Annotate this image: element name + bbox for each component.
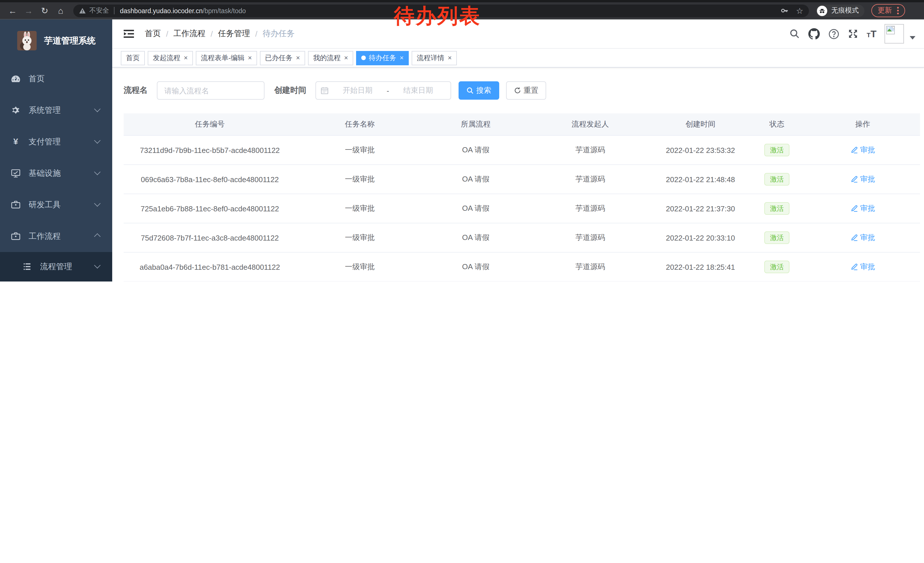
breadcrumb-workflow[interactable]: 工作流程	[174, 29, 206, 39]
browser-back-icon[interactable]: ←	[4, 2, 21, 19]
browser-update-button[interactable]: 更新	[872, 4, 905, 17]
security-label[interactable]: 不安全	[89, 6, 109, 15]
sidebar-item-infrastructure[interactable]: 基础设施	[0, 158, 112, 189]
monitor-icon	[10, 168, 21, 178]
column-header: 操作	[806, 113, 920, 135]
approve-link[interactable]: 审批	[850, 174, 875, 185]
dashboard-icon	[10, 74, 21, 84]
column-header: 所属流程	[424, 113, 528, 135]
approve-link[interactable]: 审批	[850, 262, 875, 272]
cell-task-id: 75d72608-7b7f-11ec-a3c8-acde48001122	[124, 223, 296, 252]
tab-close-icon[interactable]: ×	[296, 54, 300, 61]
fullscreen-icon[interactable]	[848, 29, 858, 39]
sidebar-item-home[interactable]: 首页	[0, 63, 112, 95]
cell-starter: 芋道源码	[528, 223, 652, 252]
tab-home[interactable]: 首页	[121, 51, 145, 65]
browser-forward-icon[interactable]: →	[21, 2, 37, 19]
tab-close-icon[interactable]: ×	[248, 54, 252, 61]
column-header: 任务编号	[124, 113, 296, 135]
reset-button[interactable]: 重置	[506, 81, 546, 100]
url-path: /bpm/task/todo	[202, 7, 246, 14]
table-row: 73211d9d-7b9b-11ec-b5b7-acde48001122一级审批…	[124, 135, 920, 165]
date-range-picker[interactable]: 开始日期 - 结束日期	[315, 81, 451, 100]
cell-task-name: 一级审批	[296, 194, 424, 223]
browser-home-icon[interactable]: ⌂	[52, 2, 69, 19]
tab-close-icon[interactable]: ×	[184, 54, 188, 61]
cell-process: OA 请假	[424, 252, 528, 281]
cell-starter: 芋道源码	[528, 135, 652, 165]
incognito-label: 无痕模式	[831, 6, 859, 15]
help-icon[interactable]	[828, 29, 839, 39]
cell-created: 2022-01-22 18:25:41	[652, 252, 748, 281]
tab-process-form-edit[interactable]: 流程表单-编辑×	[196, 51, 257, 65]
sidebar-item-dev-tools[interactable]: 研发工具	[0, 189, 112, 221]
cell-task-id: a6aba0a4-7b6d-11ec-b781-acde48001122	[124, 252, 296, 281]
process-name-input[interactable]	[157, 81, 264, 100]
not-secure-icon	[79, 7, 86, 14]
sidebar-item-workflow[interactable]: 工作流程	[0, 221, 112, 252]
tab-process-detail[interactable]: 流程详情×	[412, 51, 457, 65]
url-host: dashboard.yudao.iocoder.cn	[120, 7, 202, 14]
approve-link[interactable]: 审批	[850, 145, 875, 155]
sidebar-item-label: 系统管理	[28, 105, 61, 116]
screen: ← → ↻ ⌂ 不安全 dashboard.yudao.iocoder.cn /…	[0, 0, 924, 281]
password-key-icon[interactable]	[781, 6, 789, 15]
sidebar-item-process-management[interactable]: 流程管理	[0, 252, 112, 281]
breadcrumb-task-management[interactable]: 任务管理	[218, 29, 250, 39]
tab-label: 待办任务	[369, 53, 396, 63]
avatar-caret-icon[interactable]	[910, 36, 915, 39]
column-header: 流程发起人	[528, 113, 652, 135]
sidebar-item-label: 首页	[28, 74, 45, 84]
tab-done-tasks[interactable]: 已办任务×	[260, 51, 305, 65]
tab-close-icon[interactable]: ×	[400, 54, 404, 61]
chevron-down-icon	[94, 200, 101, 206]
chevron-down-icon	[94, 262, 101, 268]
cell-task-id: 725a1eb6-7b88-11ec-8ef0-acde48001122	[124, 194, 296, 223]
sidebar-item-payment-management[interactable]: ¥支付管理	[0, 126, 112, 158]
cell-created: 2022-01-22 23:53:32	[652, 135, 748, 165]
sidebar-collapse-icon[interactable]	[121, 26, 137, 42]
cell-task-name: 一级审批	[296, 165, 424, 194]
font-size-icon[interactable]: TT	[867, 29, 876, 39]
status-badge: 激活	[764, 202, 789, 215]
tab-label: 首页	[126, 53, 140, 63]
address-bar[interactable]: 不安全 dashboard.yudao.iocoder.cn /bpm/task…	[73, 4, 809, 17]
chevron-down-icon	[94, 137, 101, 144]
incognito-badge: 无痕模式	[816, 4, 864, 17]
tab-start-process[interactable]: 发起流程×	[148, 51, 193, 65]
tab-label: 我的流程	[313, 53, 340, 63]
cell-process: OA 请假	[424, 223, 528, 252]
table-body: 73211d9d-7b9b-11ec-b5b7-acde48001122一级审批…	[124, 135, 920, 281]
tab-label: 流程表单-编辑	[201, 53, 244, 63]
tab-todo-tasks[interactable]: 待办任务×	[356, 51, 409, 65]
update-label[interactable]: 更新	[878, 6, 892, 15]
github-icon[interactable]	[808, 28, 820, 39]
column-header: 任务名称	[296, 113, 424, 135]
table-row: 75d72608-7b7f-11ec-a3c8-acde48001122一级审批…	[124, 223, 920, 252]
range-separator: -	[386, 86, 390, 95]
status-badge: 激活	[764, 261, 789, 273]
yen-icon: ¥	[10, 137, 21, 147]
list-tree-icon	[22, 262, 32, 272]
tab-my-processes[interactable]: 我的流程×	[308, 51, 353, 65]
column-header: 创建时间	[652, 113, 748, 135]
bookmark-star-icon[interactable]: ☆	[796, 7, 803, 15]
app-logo[interactable]: 芋道管理系统	[0, 20, 112, 56]
header-search-icon[interactable]	[789, 29, 800, 39]
tab-close-icon[interactable]: ×	[344, 54, 348, 61]
search-button[interactable]: 搜索	[459, 81, 499, 100]
chevron-down-icon	[94, 105, 101, 112]
cell-process: OA 请假	[424, 135, 528, 165]
approve-link[interactable]: 审批	[850, 233, 875, 243]
sidebar-item-label: 工作流程	[28, 231, 61, 242]
user-avatar[interactable]	[885, 24, 904, 44]
browser-menu-icon[interactable]	[897, 7, 899, 14]
tab-close-icon[interactable]: ×	[448, 54, 452, 61]
approve-link[interactable]: 审批	[850, 203, 875, 214]
cell-created: 2022-01-22 20:33:10	[652, 223, 748, 252]
browser-reload-icon[interactable]: ↻	[37, 2, 52, 19]
logo-avatar	[17, 31, 37, 50]
breadcrumb-home[interactable]: 首页	[145, 29, 161, 39]
table-row: 725a1eb6-7b88-11ec-8ef0-acde48001122一级审批…	[124, 194, 920, 223]
sidebar-item-system-management[interactable]: 系统管理	[0, 95, 112, 126]
